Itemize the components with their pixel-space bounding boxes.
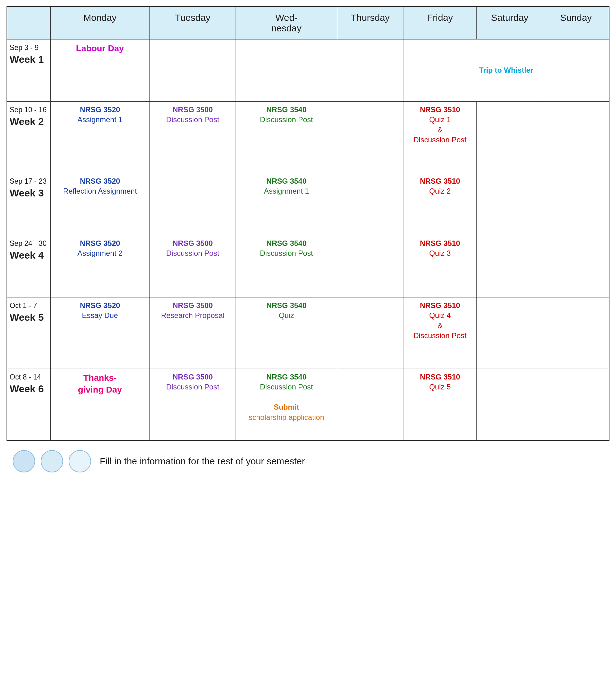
week6-saturday [477,369,543,440]
table-row: Oct 1 - 7 Week 5 NRSG 3520 Essay Due NRS… [7,297,609,369]
week3-friday: NRSG 3510 Quiz 2 [403,173,477,235]
w5-tue-sub: Research Proposal [152,311,233,320]
table-row: Sep 10 - 16 Week 2 NRSG 3520 Assignment … [7,102,609,173]
week-name-5: Week 5 [9,311,48,325]
w5-mon-sub: Essay Due [53,311,147,320]
week4-friday: NRSG 3510 Quiz 3 [403,235,477,297]
footer: Fill in the information for the rest of … [6,450,610,472]
w2-fri-title: NRSG 3510 [406,105,474,115]
w4-fri-sub: Quiz 3 [406,248,474,258]
w4-wed-title: NRSG 3540 [238,238,334,248]
week2-thursday [337,102,403,173]
week4-thursday [337,235,403,297]
week1-thursday [337,40,403,102]
week4-wednesday: NRSG 3540 Discussion Post [236,235,337,297]
week4-saturday [477,235,543,297]
week2-wednesday: NRSG 3540 Discussion Post [236,102,337,173]
header-friday: Friday [403,6,477,40]
table-row: Oct 8 - 14 Week 6 Thanks- giving Day NRS… [7,369,609,440]
w6-wed-sub-sub: scholarship application [238,413,334,422]
date-range-2: Sep 10 - 16 [9,105,48,115]
w4-mon-title: NRSG 3520 [53,238,147,248]
w5-mon-title: NRSG 3520 [53,301,147,311]
w5-fri-title: NRSG 3510 [406,301,474,311]
table-row: Sep 3 - 9 Week 1 Labour Day Trip to Whis… [7,40,609,102]
week6-tuesday: NRSG 3500 Discussion Post [150,369,236,440]
w4-fri-title: NRSG 3510 [406,238,474,248]
week2-saturday [477,102,543,173]
week5-monday: NRSG 3520 Essay Due [50,297,150,369]
footer-text: Fill in the information for the rest of … [100,456,305,467]
week5-sunday [543,297,609,369]
date-range-5: Oct 1 - 7 [9,301,48,311]
date-range-1: Sep 3 - 9 [9,43,48,52]
week4-monday: NRSG 3520 Assignment 2 [50,235,150,297]
week5-tuesday: NRSG 3500 Research Proposal [150,297,236,369]
w3-mon-sub: Reflection Assignment [53,186,147,196]
w3-wed-title: NRSG 3540 [238,176,334,186]
w2-tue-title: NRSG 3500 [152,105,233,115]
header-tuesday: Tuesday [150,6,236,40]
header-sunday: Sunday [543,6,609,40]
week2-tuesday: NRSG 3500 Discussion Post [150,102,236,173]
w6-mon-title: Thanks- giving Day [53,372,147,396]
week-name-1: Week 1 [9,52,48,67]
week-label-3: Sep 17 - 23 Week 3 [7,173,50,235]
labour-day: Labour Day [76,44,124,53]
week5-friday: NRSG 3510 Quiz 4 & Discussion Post [403,297,477,369]
w6-wed-title: NRSG 3540 [238,372,334,382]
week1-tuesday [150,40,236,102]
week-name-6: Week 6 [9,382,48,396]
w2-tue-sub: Discussion Post [152,115,233,125]
week5-wednesday: NRSG 3540 Quiz [236,297,337,369]
w6-tue-title: NRSG 3500 [152,372,233,382]
week4-tuesday: NRSG 3500 Discussion Post [150,235,236,297]
header-wednesday: Wed- nesday [236,6,337,40]
header-thursday: Thursday [337,6,403,40]
w3-mon-title: NRSG 3520 [53,176,147,186]
week3-wednesday: NRSG 3540 Assignment 1 [236,173,337,235]
schedule-table: Monday Tuesday Wed- nesday Thursday Frid… [6,6,610,441]
week1-trip: Trip to Whistler [403,40,609,102]
header-row: Monday Tuesday Wed- nesday Thursday Frid… [7,6,609,40]
date-range-3: Sep 17 - 23 [9,176,48,186]
circle-3 [69,450,91,472]
week4-sunday [543,235,609,297]
week3-tuesday [150,173,236,235]
week2-sunday [543,102,609,173]
week-label-4: Sep 24 - 30 Week 4 [7,235,50,297]
w2-wed-sub: Discussion Post [238,115,334,125]
header-week [7,6,50,40]
table-row: Sep 24 - 30 Week 4 NRSG 3520 Assignment … [7,235,609,297]
week6-monday: Thanks- giving Day [50,369,150,440]
week-name-4: Week 4 [9,248,48,262]
table-row: Sep 17 - 23 Week 3 NRSG 3520 Reflection … [7,173,609,235]
date-range-6: Oct 8 - 14 [9,372,48,382]
week3-thursday [337,173,403,235]
w2-mon-title: NRSG 3520 [53,105,147,115]
w6-wed-sub-title: Submit [238,402,334,412]
w2-wed-title: NRSG 3540 [238,105,334,115]
week6-friday: NRSG 3510 Quiz 5 [403,369,477,440]
w4-tue-title: NRSG 3500 [152,238,233,248]
week6-sunday [543,369,609,440]
week2-friday: NRSG 3510 Quiz 1 & Discussion Post [403,102,477,173]
week-name-2: Week 2 [9,115,48,129]
date-range-4: Sep 24 - 30 [9,238,48,248]
w4-tue-sub: Discussion Post [152,248,233,258]
week2-monday: NRSG 3520 Assignment 1 [50,102,150,173]
w6-fri-sub: Quiz 5 [406,382,474,392]
w3-fri-sub: Quiz 2 [406,186,474,196]
week6-wednesday: NRSG 3540 Discussion Post Submit scholar… [236,369,337,440]
week-label-6: Oct 8 - 14 Week 6 [7,369,50,440]
w2-mon-sub: Assignment 1 [53,115,147,125]
week5-thursday [337,297,403,369]
week3-saturday [477,173,543,235]
week-label-5: Oct 1 - 7 Week 5 [7,297,50,369]
w2-fri-sub: Quiz 1 & Discussion Post [406,115,474,145]
circle-2 [41,450,63,472]
week3-sunday [543,173,609,235]
w5-fri-sub: Quiz 4 & Discussion Post [406,311,474,341]
w5-wed-sub: Quiz [238,311,334,320]
week1-monday: Labour Day [50,40,150,102]
